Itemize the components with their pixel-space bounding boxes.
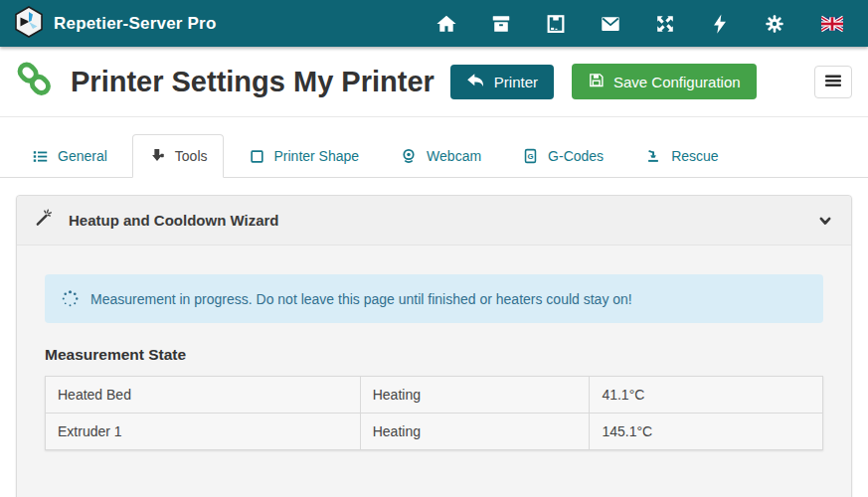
page-header: Printer Settings My Printer Printer Save… <box>0 47 868 117</box>
spinner-icon <box>61 289 80 308</box>
tab-webcam-label: Webcam <box>427 148 481 164</box>
save-configuration-button[interactable]: Save Configuration <box>572 64 757 99</box>
heatup-cooldown-panel: Heatup and Cooldown Wizard Measurement i… <box>16 195 852 497</box>
tab-tools-label: Tools <box>175 148 208 164</box>
navbar-icons <box>435 13 854 35</box>
settings-tabs: General Tools Printer Shape Webcam G G-C… <box>0 134 868 178</box>
page-title: Printer Settings My Printer <box>71 66 434 98</box>
heater-state-cell: Heating <box>360 414 590 450</box>
save-configuration-label: Save Configuration <box>613 74 741 90</box>
measurement-state-table: Heated Bed Heating 41.1°C Extruder 1 Hea… <box>45 376 823 450</box>
heater-state-cell: Heating <box>360 377 590 414</box>
panel-title: Heatup and Cooldown Wizard <box>69 212 279 229</box>
back-to-printer-label: Printer <box>494 74 538 90</box>
save-floppy-icon <box>588 72 605 91</box>
svg-text:G: G <box>528 152 534 161</box>
chevron-down-icon[interactable] <box>815 211 835 231</box>
language-flag-uk-icon[interactable] <box>818 13 846 35</box>
table-row-extruder-1: Extruder 1 Heating 145.1°C <box>46 414 823 450</box>
tab-gcodes[interactable]: G G-Codes <box>506 134 619 178</box>
brand[interactable]: Repetier-Server Pro <box>14 6 216 42</box>
hamburger-icon <box>824 73 842 91</box>
alert-message: Measurement in progress. Do not leave th… <box>90 291 632 307</box>
overflow-menu-button[interactable] <box>814 66 852 98</box>
printer-box-icon[interactable] <box>490 13 512 35</box>
reply-arrow-icon <box>466 73 485 91</box>
heater-name-cell: Heated Bed <box>46 377 361 414</box>
panel-header[interactable]: Heatup and Cooldown Wizard <box>17 196 851 246</box>
heater-temp-cell: 41.1°C <box>590 377 823 414</box>
brand-title: Repetier-Server Pro <box>54 14 216 34</box>
printer-manual-icon[interactable] <box>545 13 567 35</box>
tab-general[interactable]: General <box>16 134 123 178</box>
tab-general-label: General <box>58 148 107 164</box>
magic-wand-icon <box>33 208 54 233</box>
top-navbar: Repetier-Server Pro <box>0 0 868 47</box>
tab-tools[interactable]: Tools <box>132 134 224 178</box>
tab-gcodes-label: G-Codes <box>548 148 604 164</box>
app-logo-icon <box>14 6 44 42</box>
tab-printer-shape[interactable]: Printer Shape <box>233 134 376 178</box>
heater-name-cell: Extruder 1 <box>46 414 361 450</box>
heater-temp-cell: 145.1°C <box>590 414 823 450</box>
tab-rescue-label: Rescue <box>671 148 718 164</box>
tab-printer-shape-label: Printer Shape <box>274 148 360 164</box>
messages-icon[interactable] <box>600 13 621 35</box>
tab-rescue[interactable]: Rescue <box>628 134 734 178</box>
fullscreen-icon[interactable] <box>654 13 676 35</box>
panel-body: Measurement in progress. Do not leave th… <box>17 246 851 497</box>
home-icon[interactable] <box>435 13 457 35</box>
settings-gear-icon[interactable] <box>764 13 785 35</box>
table-row-heated-bed: Heated Bed Heating 41.1°C <box>46 377 823 414</box>
measurement-progress-alert: Measurement in progress. Do not leave th… <box>45 274 823 323</box>
measurement-state-heading: Measurement State <box>45 346 823 364</box>
tab-webcam[interactable]: Webcam <box>384 134 497 178</box>
power-bolt-icon[interactable] <box>709 13 731 35</box>
back-to-printer-button[interactable]: Printer <box>450 65 554 99</box>
link-chain-icon <box>14 58 56 105</box>
